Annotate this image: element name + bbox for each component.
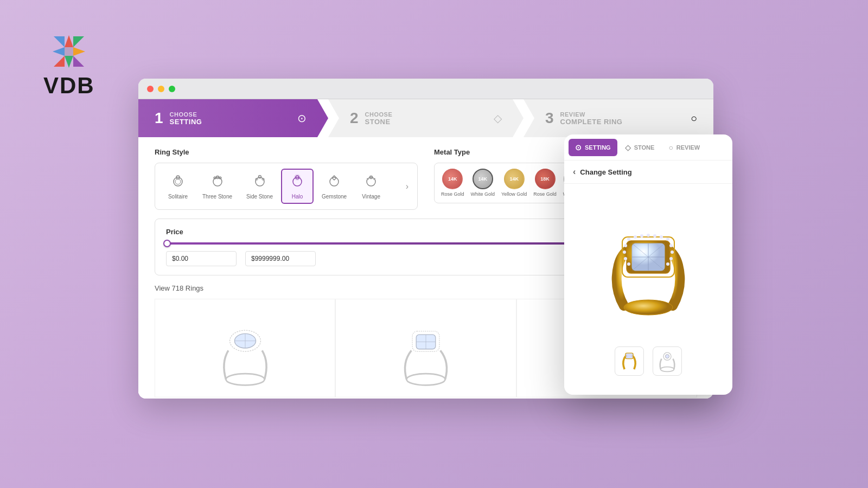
svg-point-23 xyxy=(330,177,339,186)
step-1-sublabel: SETTING xyxy=(170,118,297,126)
ring-style-solitaire[interactable]: Solitaire xyxy=(162,169,194,203)
vdb-logo-icon xyxy=(47,33,91,70)
side-tab-review[interactable]: ○ REVIEW xyxy=(662,139,706,156)
browser-dot-minimize[interactable] xyxy=(158,86,164,92)
side-panel-ring-svg xyxy=(583,200,713,330)
ring-svg-1 xyxy=(202,305,289,391)
step-3-icon: ○ xyxy=(691,112,697,125)
step-1-icon: ⊙ xyxy=(297,112,307,125)
thumb-svg-2 xyxy=(655,349,679,373)
solitaire-icon xyxy=(170,173,186,191)
browser-dot-close[interactable] xyxy=(147,86,154,92)
side-panel-ring-image xyxy=(564,184,732,346)
ring-image-2 xyxy=(382,305,469,391)
three-stone-icon xyxy=(210,173,225,191)
ring-style-three-stone[interactable]: Three Stone xyxy=(196,169,238,203)
price-max-input[interactable] xyxy=(245,251,316,266)
svg-point-54 xyxy=(669,244,673,247)
back-arrow-icon: ‹ xyxy=(573,167,576,177)
metal-white-gold-14k[interactable]: 14K White Gold xyxy=(471,169,495,197)
ring-style-next-arrow[interactable]: › xyxy=(404,179,411,194)
price-slider-thumb-left[interactable] xyxy=(163,240,171,247)
vdb-logo: VDB xyxy=(43,33,95,99)
metal-yellow-gold-14k[interactable]: 14K Yellow Gold xyxy=(501,169,527,197)
svg-marker-4 xyxy=(73,56,84,67)
browser-dot-fullscreen[interactable] xyxy=(169,86,175,92)
back-label: Change Setting xyxy=(580,168,631,176)
svg-point-66 xyxy=(624,244,627,247)
halo-label: Halo xyxy=(292,194,303,200)
side-panel-header: ⊙ SETTING ◇ STONE ○ REVIEW xyxy=(564,134,732,160)
step-wizard: 1 CHOOSE SETTING ⊙ 2 CHOOSE STONE ◇ 3 xyxy=(138,99,713,137)
side-tab-setting[interactable]: ⊙ SETTING xyxy=(569,139,617,156)
metal-rose-gold-18k[interactable]: 18K Rose Gold xyxy=(533,169,557,197)
vintage-label: Vintage xyxy=(362,194,380,200)
price-min-input[interactable] xyxy=(166,251,237,266)
ring-card-2[interactable] xyxy=(335,299,516,397)
ring-style-side-stone[interactable]: Side Stone xyxy=(240,169,279,203)
step-1[interactable]: 1 CHOOSE SETTING ⊙ xyxy=(138,99,328,137)
step-2[interactable]: 2 CHOOSE STONE ◇ xyxy=(328,99,524,137)
step-1-label: CHOOSE xyxy=(170,111,297,118)
review-tab-icon: ○ xyxy=(668,143,673,152)
step-3-sublabel: COMPLETE RING xyxy=(560,118,691,126)
stone-tab-label: STONE xyxy=(634,144,655,151)
metal-yellow-14k-badge: 14K xyxy=(504,169,525,189)
svg-point-52 xyxy=(660,235,663,239)
thumbnail-1[interactable] xyxy=(615,346,644,376)
svg-point-49 xyxy=(640,234,643,237)
solitaire-label: Solitaire xyxy=(168,194,188,200)
step-3[interactable]: 3 REVIEW COMPLETE RING ○ xyxy=(524,99,713,137)
svg-point-50 xyxy=(647,234,650,237)
side-panel-thumbnails xyxy=(564,346,732,382)
svg-point-75 xyxy=(665,355,669,358)
ring-style-halo[interactable]: Halo xyxy=(281,169,314,204)
side-panel: ⊙ SETTING ◇ STONE ○ REVIEW ‹ Change Sett… xyxy=(564,134,732,395)
step-3-label: REVIEW xyxy=(560,111,691,118)
svg-marker-1 xyxy=(65,35,73,47)
ring-style-gemstone[interactable]: Gemstone xyxy=(316,169,353,203)
ring-styles-container: Solitaire Three Stone xyxy=(155,163,418,210)
svg-point-51 xyxy=(653,234,656,237)
svg-point-57 xyxy=(666,262,669,266)
svg-point-73 xyxy=(661,367,674,372)
svg-point-29 xyxy=(226,374,264,385)
ring-svg-2 xyxy=(382,305,469,391)
svg-point-48 xyxy=(634,235,637,239)
setting-tab-label: SETTING xyxy=(585,144,611,151)
step-2-number: 2 xyxy=(350,110,359,127)
svg-point-55 xyxy=(671,251,674,254)
gemstone-label: Gemstone xyxy=(322,194,347,200)
metal-rose-gold-14k[interactable]: 14K Rose Gold xyxy=(441,169,464,197)
svg-point-53 xyxy=(666,237,669,241)
stone-tab-icon: ◇ xyxy=(625,143,631,152)
side-panel-back-button[interactable]: ‹ Change Setting xyxy=(564,160,732,184)
metal-rose-14k-badge: 14K xyxy=(442,169,463,189)
step-3-labels: REVIEW COMPLETE RING xyxy=(560,111,691,126)
svg-point-64 xyxy=(624,257,627,260)
ring-style-vintage[interactable]: Vintage xyxy=(355,169,387,203)
thumb-svg-1 xyxy=(617,349,641,373)
ring-card-1[interactable] xyxy=(155,299,335,397)
vdb-logo-text: VDB xyxy=(43,73,95,99)
step-2-sublabel: STONE xyxy=(365,118,494,126)
metal-white-14k-label: White Gold xyxy=(471,191,495,197)
metal-rose-18k-label: Rose Gold xyxy=(533,191,557,197)
svg-marker-3 xyxy=(73,47,85,56)
svg-point-34 xyxy=(406,374,445,385)
gemstone-icon xyxy=(327,173,342,191)
svg-marker-5 xyxy=(65,56,73,68)
side-stone-label: Side Stone xyxy=(246,194,273,200)
browser-chrome xyxy=(138,79,713,99)
side-tab-stone[interactable]: ◇ STONE xyxy=(618,139,661,156)
metal-yellow-14k-label: Yellow Gold xyxy=(501,191,527,197)
thumbnail-2[interactable] xyxy=(653,346,682,376)
metal-white-14k-badge: 14K xyxy=(473,169,493,189)
svg-point-44 xyxy=(624,300,673,315)
svg-marker-0 xyxy=(54,36,65,47)
ring-style-section: Ring Style Solitaire xyxy=(155,148,418,210)
step-3-number: 3 xyxy=(545,110,554,127)
svg-marker-6 xyxy=(54,56,65,67)
svg-point-65 xyxy=(623,251,626,254)
three-stone-label: Three Stone xyxy=(202,194,232,200)
